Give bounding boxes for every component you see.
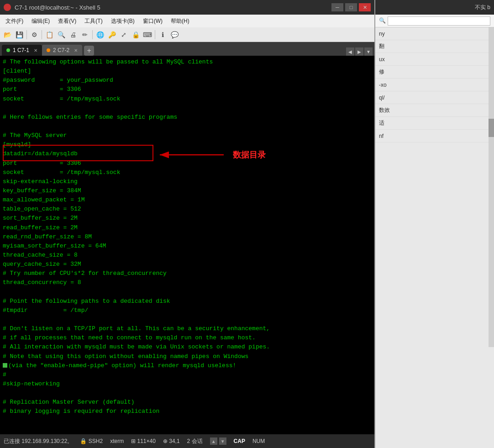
terminal-size: ⊞ 111×40 bbox=[131, 438, 156, 444]
terminal-content: # The following options will be passed t… bbox=[0, 56, 374, 418]
sidebar-search: 🔍 bbox=[375, 15, 494, 27]
scroll-down-button[interactable]: ▼ bbox=[219, 437, 226, 445]
sidebar-header-text: 不实 b bbox=[475, 4, 490, 11]
tab-dot-inactive bbox=[47, 48, 50, 52]
search-icon: 🔍 bbox=[379, 17, 386, 24]
tab-c7-1[interactable]: 1 C7-1 ✕ bbox=[2, 45, 42, 56]
globe-button[interactable]: 🌐 bbox=[95, 29, 105, 40]
tab-dot-active bbox=[6, 48, 10, 52]
menu-bar: 文件(F) 编辑(E) 查看(V) 工具(T) 选项卡(B) 窗口(W) 帮助(… bbox=[0, 15, 374, 27]
sidebar-label-ny: ny bbox=[379, 31, 385, 37]
print-button[interactable]: 🖨 bbox=[68, 29, 79, 40]
tab-c7-2[interactable]: 2 C7-2 ✕ bbox=[42, 45, 82, 56]
sidebar-scrollbar[interactable] bbox=[489, 27, 494, 347]
info-button[interactable]: ℹ bbox=[157, 29, 168, 40]
title-bar-text: C7-1 root@localhost:~ - Xshell 5 bbox=[15, 4, 100, 11]
num-lock-indicator: NUM bbox=[252, 438, 265, 444]
sidebar-item-ux[interactable]: ux bbox=[375, 53, 494, 66]
compose-button[interactable]: ✏ bbox=[79, 29, 90, 40]
sidebar-item-xo[interactable]: -xo bbox=[375, 79, 494, 91]
menu-window[interactable]: 窗口(W) bbox=[139, 16, 166, 26]
sidebar-label-shu: 数效 bbox=[379, 106, 390, 114]
tab-close-2[interactable]: ✕ bbox=[74, 48, 78, 53]
find-button[interactable]: 🔍 bbox=[56, 29, 67, 40]
sidebar-item-ny[interactable]: ny bbox=[375, 27, 494, 40]
sidebar-item-shu[interactable]: 数效 bbox=[375, 104, 494, 117]
tab-label-2: 2 C7-2 bbox=[53, 47, 69, 53]
toolbar-sep-1 bbox=[26, 30, 27, 39]
scrollbar-thumb[interactable] bbox=[489, 119, 494, 137]
sidebar-item-nf[interactable]: nf bbox=[375, 130, 494, 142]
tab-prev-button[interactable]: ◀ bbox=[346, 47, 354, 56]
key-button[interactable]: 🔑 bbox=[106, 29, 117, 40]
chat-button[interactable]: 💬 bbox=[169, 29, 180, 40]
toolbar-sep-4 bbox=[155, 30, 155, 39]
status-bar: 已连接 192.168.99.130:22。 🔒 SSH2 xterm ⊞ 11… bbox=[0, 434, 374, 448]
menu-help[interactable]: 帮助(H) bbox=[167, 16, 193, 26]
toolbar: 📂 💾 ⚙ 📋 🔍 🖨 ✏ 🌐 🔑 ⤢ 🔒 ⌨ ℹ 💬 bbox=[0, 27, 374, 42]
menu-file[interactable]: 文件(F) bbox=[2, 16, 27, 26]
sidebar-search-input[interactable] bbox=[388, 16, 490, 26]
protocol-status: 🔒 SSH2 bbox=[80, 438, 103, 444]
cursor-pos: ⊕ 34,1 bbox=[163, 438, 180, 444]
tab-close-1[interactable]: ✕ bbox=[34, 48, 37, 53]
sidebar-label-ux: ux bbox=[379, 56, 385, 63]
sidebar-label-fan: 翻 bbox=[379, 42, 384, 50]
sidebar-item-ql[interactable]: ql/ bbox=[375, 91, 494, 104]
scroll-up-button[interactable]: ▲ bbox=[210, 437, 217, 445]
sidebar-item-xiu[interactable]: 修 bbox=[375, 66, 494, 79]
sidebar-label-nf: nf bbox=[379, 133, 384, 139]
menu-options[interactable]: 选项卡(B) bbox=[107, 16, 138, 26]
session-count: 2 会话 bbox=[187, 437, 203, 445]
sidebar-label-ql: ql/ bbox=[379, 95, 385, 101]
minimize-button[interactable]: ─ bbox=[331, 3, 343, 11]
new-tab-button[interactable]: + bbox=[84, 46, 94, 56]
tab-bar: 1 C7-1 ✕ 2 C7-2 ✕ + ◀ ▶ ▼ bbox=[0, 42, 374, 56]
sidebar-label-xo: -xo bbox=[379, 82, 387, 88]
term-type: xterm bbox=[110, 438, 124, 444]
sidebar-header: 不实 b bbox=[375, 0, 494, 15]
tab-label-1: 1 C7-1 bbox=[13, 47, 29, 53]
menu-view[interactable]: 查看(V) bbox=[54, 16, 80, 26]
maximize-button[interactable]: □ bbox=[345, 3, 357, 11]
title-bar: C7-1 root@localhost:~ - Xshell 5 ─ □ ✕ bbox=[0, 0, 374, 15]
window-controls: ─ □ ✕ bbox=[331, 3, 371, 11]
toolbar-sep-3 bbox=[92, 30, 93, 39]
sidebar-item-fan[interactable]: 翻 bbox=[375, 40, 494, 53]
keyboard-button[interactable]: ⌨ bbox=[142, 29, 153, 40]
toolbar-sep-2 bbox=[42, 30, 42, 39]
lock-button[interactable]: 🔒 bbox=[130, 29, 141, 40]
save-button[interactable]: 💾 bbox=[14, 29, 25, 40]
arrow-buttons: ▲ ▼ bbox=[210, 437, 226, 445]
sidebar-label-shi: 适 bbox=[379, 119, 384, 127]
tab-menu-button[interactable]: ▼ bbox=[364, 47, 373, 56]
sidebar-label-xiu: 修 bbox=[379, 68, 384, 76]
app-icon bbox=[4, 4, 11, 11]
right-sidebar: 不实 b 🔍 ny 翻 ux 修 -xo ql/ 数效 适 nf bbox=[374, 0, 494, 448]
sidebar-item-shi[interactable]: 适 bbox=[375, 117, 494, 130]
close-button[interactable]: ✕ bbox=[359, 3, 371, 11]
settings-button[interactable]: ⚙ bbox=[29, 29, 40, 40]
connection-status: 已连接 192.168.99.130:22。 bbox=[4, 437, 73, 445]
tab-next-button[interactable]: ▶ bbox=[355, 47, 363, 56]
terminal[interactable]: # The following options will be passed t… bbox=[0, 56, 374, 434]
menu-tools[interactable]: 工具(T) bbox=[81, 16, 106, 26]
caps-lock-indicator: CAP bbox=[234, 438, 245, 444]
title-bar-left: C7-1 root@localhost:~ - Xshell 5 bbox=[4, 4, 100, 11]
open-button[interactable]: 📂 bbox=[2, 29, 13, 40]
expand-button[interactable]: ⤢ bbox=[118, 29, 129, 40]
tab-nav: ◀ ▶ ▼ bbox=[346, 47, 373, 56]
copy-button[interactable]: 📋 bbox=[44, 29, 55, 40]
menu-edit[interactable]: 编辑(E) bbox=[28, 16, 53, 26]
